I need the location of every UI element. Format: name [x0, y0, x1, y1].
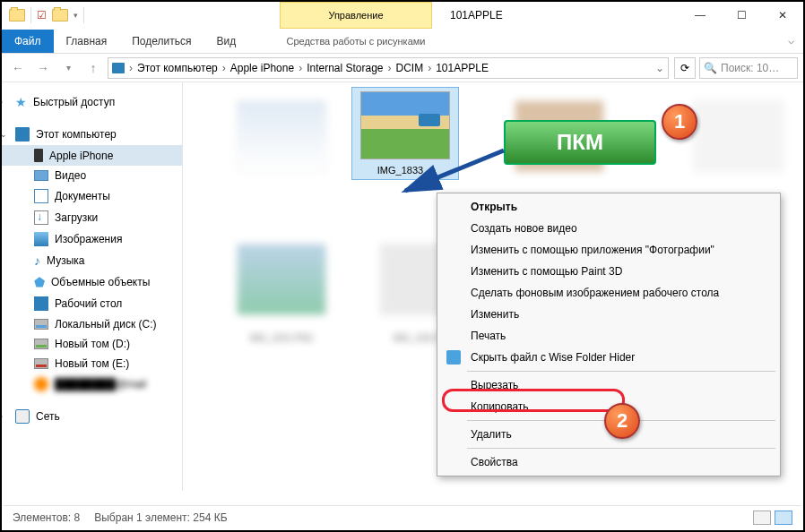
- status-bar: Элементов: 8 Выбран 1 элемент: 254 КБ: [4, 505, 801, 528]
- chevron-right-icon[interactable]: ›: [126, 62, 135, 74]
- search-placeholder: Поиск: 10…: [721, 62, 779, 74]
- folder-icon: [9, 9, 25, 21]
- status-selection: Выбран 1 элемент: 254 КБ: [94, 511, 227, 524]
- sidebar-item-iphone[interactable]: Apple iPhone: [2, 145, 182, 166]
- sidebar-quick-access[interactable]: ›★Быстрый доступ: [2, 91, 182, 113]
- pc-icon: [112, 63, 125, 73]
- phone-icon: [34, 149, 43, 162]
- view-details-button[interactable]: [753, 511, 771, 525]
- nav-up-button[interactable]: ↑: [82, 57, 104, 79]
- sidebar-item-cloud[interactable]: ████████@mail: [2, 373, 182, 395]
- picture-icon: [34, 232, 48, 246]
- ctx-edit-photos[interactable]: Изменить с помощью приложения "Фотографи…: [440, 239, 777, 261]
- annotation-badge-2: 2: [604, 403, 640, 439]
- monitor-icon: [15, 127, 30, 142]
- chevron-right-icon[interactable]: ›: [425, 62, 434, 74]
- ribbon: Файл Главная Поделиться Вид Средства раб…: [2, 29, 803, 54]
- sidebar-item-video[interactable]: Видео: [2, 166, 182, 185]
- qat-check-icon[interactable]: ☑: [37, 9, 47, 21]
- sidebar-this-pc[interactable]: ⌄Этот компьютер: [2, 124, 182, 145]
- sidebar-item-3dobjects[interactable]: ⬟Объемные объекты: [2, 271, 182, 293]
- sidebar-item-music[interactable]: ♪Музыка: [2, 250, 182, 271]
- divider: [83, 7, 84, 23]
- view-thumbnails-button[interactable]: [775, 511, 792, 525]
- nav-forward-button[interactable]: →: [32, 57, 54, 79]
- navigation-pane: ›★Быстрый доступ ⌄Этот компьютер Apple i…: [2, 82, 183, 491]
- ribbon-expand-icon[interactable]: ⌵: [788, 34, 794, 47]
- network-icon: [15, 409, 30, 424]
- annotation-badge-1: 1: [662, 104, 697, 140]
- address-bar-row: ← → ▾ ↑ › Этот компьютер › Apple iPhone …: [2, 54, 803, 82]
- music-icon: ♪: [34, 253, 40, 268]
- chevron-right-icon[interactable]: ›: [220, 62, 229, 74]
- tab-share[interactable]: Поделиться: [119, 30, 203, 53]
- qat: ☑ ▾: [2, 7, 84, 23]
- desktop-icon: [34, 296, 48, 311]
- sidebar-item-documents[interactable]: Документы: [2, 185, 182, 207]
- tab-home[interactable]: Главная: [54, 30, 120, 53]
- sidebar-item-pictures[interactable]: Изображения: [2, 228, 182, 250]
- wise-icon: [446, 350, 461, 365]
- cloud-icon: [34, 377, 48, 391]
- ctx-print[interactable]: Печать: [440, 325, 777, 347]
- search-icon: 🔍: [704, 62, 717, 74]
- cube-icon: ⬟: [34, 275, 45, 289]
- sidebar-item-downloads[interactable]: Загрузки: [2, 207, 182, 228]
- context-menu: Открыть Создать новое видео Изменить с п…: [437, 193, 781, 476]
- search-input[interactable]: 🔍 Поиск: 10…: [699, 57, 798, 79]
- nav-history-button[interactable]: ▾: [57, 57, 79, 79]
- breadcrumb-part[interactable]: Apple iPhone: [230, 62, 294, 74]
- annotation-callout-pkm: ПКМ: [504, 120, 656, 165]
- folder-icon: [52, 9, 68, 21]
- chevron-down-icon[interactable]: ⌄: [655, 62, 664, 74]
- refresh-button[interactable]: ⟳: [674, 57, 696, 79]
- close-button[interactable]: ✕: [762, 2, 803, 29]
- sidebar-item-disk-c[interactable]: Локальный диск (C:): [2, 314, 182, 334]
- breadcrumb-part[interactable]: 101APPLE: [436, 62, 489, 74]
- tab-picture-tools[interactable]: Средства работы с рисунками: [280, 29, 432, 53]
- ctx-edit-paint3d[interactable]: Изменить с помощью Paint 3D: [440, 261, 777, 282]
- ctx-hide-wise[interactable]: Скрыть файл с Wise Folder Hider: [440, 347, 777, 368]
- menu-separator: [467, 448, 775, 449]
- nav-back-button[interactable]: ←: [7, 57, 29, 79]
- disk-icon: [34, 358, 48, 369]
- qat-caret-icon[interactable]: ▾: [74, 11, 78, 20]
- sidebar-item-disk-d[interactable]: Новый том (D:): [2, 334, 182, 354]
- ctx-new-video[interactable]: Создать новое видео: [440, 218, 777, 239]
- sidebar-network[interactable]: ›Сеть: [2, 406, 182, 427]
- tab-view[interactable]: Вид: [203, 30, 248, 53]
- tab-file[interactable]: Файл: [2, 30, 54, 53]
- breadcrumb-part[interactable]: DCIM: [396, 62, 424, 74]
- disk-icon: [34, 339, 48, 349]
- ctx-edit[interactable]: Изменить: [440, 304, 777, 325]
- maximize-button[interactable]: ☐: [721, 2, 762, 29]
- sidebar-item-desktop[interactable]: Рабочий стол: [2, 293, 182, 314]
- film-icon: [34, 170, 48, 181]
- file-name-label: IMG_1833…: [356, 165, 454, 176]
- chevron-right-icon[interactable]: ›: [296, 62, 305, 74]
- ctx-open[interactable]: Открыть: [440, 196, 777, 218]
- breadcrumb-part[interactable]: Этот компьютер: [137, 62, 218, 74]
- thumbnail-image: [360, 91, 450, 159]
- sidebar-item-disk-e[interactable]: Новый том (E:): [2, 354, 182, 373]
- divider: [30, 7, 31, 23]
- ribbon-context-tab[interactable]: Управление: [280, 2, 432, 29]
- file-item-selected[interactable]: IMG_1833…: [351, 87, 459, 180]
- ctx-properties[interactable]: Свойства: [440, 451, 777, 473]
- breadcrumb[interactable]: › Этот компьютер › Apple iPhone › Intern…: [108, 57, 669, 79]
- ctx-cut[interactable]: Вырезать: [440, 374, 777, 396]
- chevron-right-icon[interactable]: ›: [385, 62, 394, 74]
- star-icon: ★: [15, 95, 27, 109]
- document-icon: [34, 189, 48, 203]
- disk-icon: [34, 319, 48, 330]
- ctx-set-wallpaper[interactable]: Сделать фоновым изображением рабочего ст…: [440, 282, 777, 304]
- download-icon: [34, 210, 48, 225]
- titlebar: ☑ ▾ Управление 101APPLE — ☐ ✕: [2, 2, 803, 29]
- window-title: 101APPLE: [450, 2, 503, 29]
- minimize-button[interactable]: —: [679, 2, 721, 29]
- status-item-count: Элементов: 8: [13, 511, 80, 524]
- breadcrumb-part[interactable]: Internal Storage: [307, 62, 383, 74]
- menu-separator: [467, 371, 775, 372]
